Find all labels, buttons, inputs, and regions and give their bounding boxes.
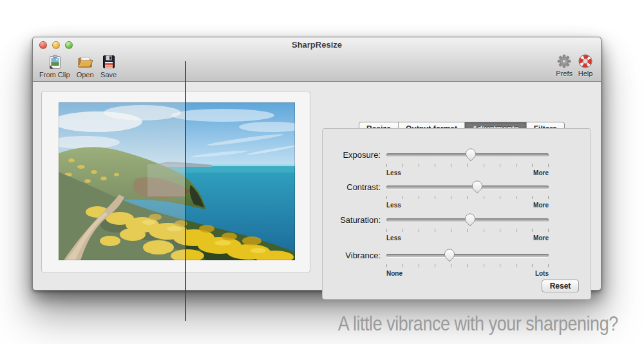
open-button[interactable]: Open bbox=[77, 53, 94, 79]
slider-thumb[interactable] bbox=[464, 213, 476, 227]
slider-ticks bbox=[386, 264, 549, 267]
folder-open-icon bbox=[77, 53, 93, 70]
app-window: SharpResize From Clip bbox=[32, 37, 601, 291]
slider-track[interactable] bbox=[386, 186, 549, 189]
saturation-label: Saturation: bbox=[323, 215, 381, 225]
slider-min-label: None bbox=[386, 270, 402, 277]
slider-row-vibrance: Vibrance: None Lots bbox=[323, 249, 591, 278]
toolbar-button-label: Help bbox=[578, 70, 593, 77]
slider-ticks bbox=[386, 196, 549, 199]
title-bar[interactable]: SharpResize From Clip bbox=[33, 37, 601, 82]
help-button[interactable]: Help bbox=[578, 53, 593, 77]
slider-track[interactable] bbox=[386, 254, 549, 257]
toolbar-right: Prefs Help bbox=[556, 53, 593, 77]
slider-max-label: More bbox=[533, 169, 549, 177]
slider-ticks bbox=[386, 164, 549, 167]
slider-min-label: Less bbox=[386, 202, 401, 209]
exposure-slider[interactable]: Less More bbox=[386, 148, 549, 178]
slider-thumb[interactable] bbox=[471, 180, 483, 194]
contrast-label: Contrast: bbox=[323, 182, 381, 192]
saturation-slider[interactable]: Less More bbox=[386, 213, 549, 243]
before-after-divider-line bbox=[185, 61, 186, 321]
slider-ticks bbox=[386, 229, 549, 232]
from-clip-button[interactable]: From Clip bbox=[39, 53, 70, 79]
window-content: Resize Output format Adjustments Filters… bbox=[33, 82, 601, 290]
slider-thumb[interactable] bbox=[465, 148, 477, 162]
lifebuoy-icon bbox=[578, 53, 593, 69]
slider-row-saturation: Saturation: Less More bbox=[323, 213, 591, 243]
preview-photo bbox=[59, 102, 295, 260]
contrast-slider[interactable]: Less More bbox=[386, 180, 549, 210]
prefs-button[interactable]: Prefs bbox=[556, 53, 573, 77]
toolbar-button-label: From Clip bbox=[39, 71, 70, 79]
toolbar-left: From Clip Open bbox=[39, 53, 117, 79]
slider-min-label: Less bbox=[386, 234, 401, 242]
clipboard-image-icon bbox=[46, 53, 63, 70]
gear-icon bbox=[556, 53, 572, 69]
toolbar-button-label: Prefs bbox=[556, 70, 573, 77]
vibrance-label: Vibrance: bbox=[323, 251, 381, 260]
image-preview-panel bbox=[41, 91, 310, 273]
slider-row-contrast: Contrast: Less More bbox=[323, 180, 591, 210]
toolbar-button-label: Save bbox=[100, 71, 117, 79]
slider-thumb[interactable] bbox=[444, 249, 455, 262]
window-title: SharpResize bbox=[33, 40, 601, 50]
vibrance-slider[interactable]: None Lots bbox=[386, 249, 549, 278]
exposure-label: Exposure: bbox=[323, 150, 381, 160]
reset-button[interactable]: Reset bbox=[542, 280, 579, 292]
adjustments-panel: Exposure: Less More Contrast: bbox=[322, 128, 591, 300]
marketing-caption: A little vibrance with your sharpening? bbox=[338, 312, 618, 336]
slider-max-label: More bbox=[533, 202, 549, 209]
floppy-disk-icon bbox=[100, 53, 117, 70]
slider-row-exposure: Exposure: Less More bbox=[323, 148, 591, 178]
toolbar-button-label: Open bbox=[77, 71, 94, 79]
slider-max-label: Lots bbox=[535, 270, 549, 277]
slider-max-label: More bbox=[533, 234, 549, 242]
slider-min-label: Less bbox=[386, 169, 401, 177]
save-button[interactable]: Save bbox=[100, 53, 117, 79]
